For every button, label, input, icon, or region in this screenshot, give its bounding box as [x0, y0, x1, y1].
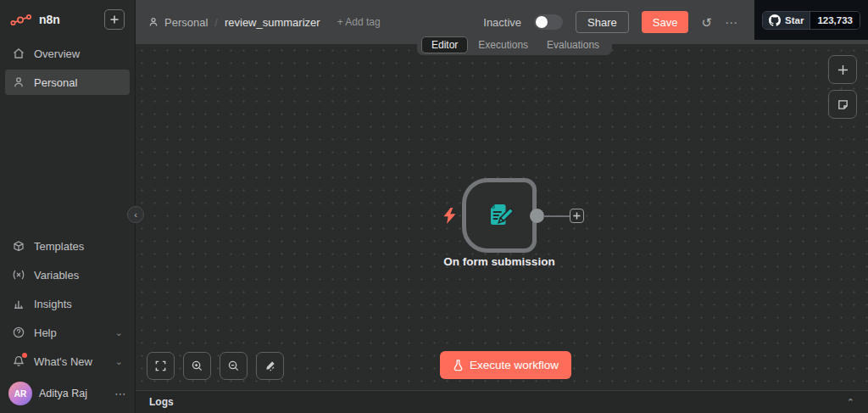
- chevron-down-icon: ⌄: [115, 328, 123, 338]
- sidebar-item-personal[interactable]: Personal: [5, 70, 130, 95]
- notification-dot: [22, 353, 27, 358]
- n8n-logo-icon: [10, 14, 32, 26]
- history-icon[interactable]: ↺: [701, 16, 712, 29]
- person-icon: [12, 75, 25, 89]
- canvas-topright-controls: [828, 55, 857, 119]
- save-button[interactable]: Save: [642, 11, 689, 33]
- form-trigger-icon: [484, 200, 515, 231]
- breadcrumb-project-label: Personal: [164, 16, 208, 29]
- tab-editor[interactable]: Editor: [421, 36, 468, 53]
- node-label: On form submission: [406, 255, 593, 268]
- github-panel: Star 123,733: [754, 0, 868, 40]
- header-actions: Inactive Share Save ↺ ⋯: [483, 11, 737, 33]
- package-icon: [12, 239, 25, 253]
- canvas-controls: [147, 352, 284, 380]
- sidebar-item-templates[interactable]: Templates: [5, 233, 130, 259]
- breadcrumb-separator: /: [214, 16, 218, 29]
- user-name: Aditya Raj: [39, 388, 108, 399]
- logs-panel-header[interactable]: Logs ⌃: [136, 390, 868, 413]
- toggle-knob: [536, 16, 548, 28]
- n8n-app: n8n Overview Personal: [0, 0, 868, 413]
- breadcrumb: Personal / review_summarizer + Add tag: [147, 16, 381, 29]
- node-on-form-submission[interactable]: [462, 178, 537, 253]
- breadcrumb-project[interactable]: Personal: [147, 16, 208, 29]
- sidebar-item-help[interactable]: Help ⌄: [5, 320, 130, 345]
- sidebar-item-label: What's New: [34, 355, 92, 368]
- tab-executions[interactable]: Executions: [470, 36, 537, 53]
- logo-row: n8n: [0, 0, 135, 39]
- user-options-icon[interactable]: ⋯: [114, 388, 126, 399]
- fit-view-button[interactable]: [147, 352, 175, 380]
- active-status-label: Inactive: [483, 16, 521, 29]
- sidebar-item-label: Personal: [34, 76, 77, 89]
- help-icon: [12, 326, 25, 339]
- zoom-out-button[interactable]: [220, 352, 248, 380]
- variables-icon: [12, 268, 25, 282]
- zoom-in-button[interactable]: [183, 352, 211, 380]
- connection-line: [543, 215, 570, 217]
- sidebar-item-variables[interactable]: Variables: [5, 262, 130, 287]
- sidebar-spacer: [0, 97, 135, 232]
- add-sticky-note-button[interactable]: [828, 90, 857, 119]
- sidebar-item-label: Overview: [34, 47, 80, 60]
- github-star-widget[interactable]: Star 123,733: [762, 11, 860, 30]
- sidebar-collapse-button[interactable]: ‹: [127, 206, 144, 223]
- tab-evaluations[interactable]: Evaluations: [538, 36, 608, 53]
- github-star-button[interactable]: Star: [763, 12, 810, 29]
- add-workflow-button[interactable]: [104, 9, 125, 30]
- execute-workflow-label: Execute workflow: [470, 359, 559, 371]
- collapse-chevron-icon: ‹: [134, 210, 137, 220]
- chevron-down-icon: ⌄: [115, 357, 123, 366]
- execute-workflow-button[interactable]: Execute workflow: [440, 351, 571, 379]
- tidy-up-button[interactable]: [256, 352, 284, 380]
- sidebar-item-overview[interactable]: Overview: [5, 41, 130, 66]
- share-button[interactable]: Share: [576, 11, 629, 33]
- github-icon: [769, 14, 781, 26]
- workflow-name[interactable]: review_summarizer: [225, 16, 320, 29]
- github-star-label: Star: [785, 15, 804, 25]
- sidebar-item-label: Variables: [34, 269, 79, 282]
- more-options-icon[interactable]: ⋯: [725, 16, 737, 29]
- avatar: AR: [8, 382, 32, 405]
- bar-chart-icon: [12, 297, 25, 310]
- flask-icon: [453, 360, 464, 371]
- add-node-button[interactable]: [828, 55, 857, 84]
- home-icon: [12, 47, 25, 60]
- sidebar-item-whats-new[interactable]: What's New ⌄: [5, 349, 130, 374]
- chevron-up-icon[interactable]: ⌃: [847, 398, 854, 407]
- sidebar: n8n Overview Personal: [0, 0, 136, 413]
- workflow-canvas[interactable]: On form submission: [136, 44, 868, 390]
- sidebar-item-label: Insights: [34, 298, 72, 310]
- active-toggle[interactable]: [534, 14, 563, 30]
- add-tag-button[interactable]: + Add tag: [337, 16, 381, 28]
- brand-name: n8n: [39, 13, 97, 26]
- sidebar-item-label: Help: [34, 326, 57, 339]
- logs-title: Logs: [149, 396, 174, 408]
- add-node-endpoint[interactable]: [570, 209, 584, 223]
- sidebar-item-insights[interactable]: Insights: [5, 291, 130, 316]
- trigger-bolt-icon: [443, 208, 456, 224]
- view-tabs: Editor Executions Evaluations: [417, 35, 612, 55]
- person-icon: [147, 16, 159, 28]
- user-menu[interactable]: AR Aditya Raj ⋯: [0, 376, 135, 411]
- sidebar-item-label: Templates: [34, 240, 84, 253]
- bell-icon: [12, 354, 25, 368]
- node-output-connector[interactable]: [530, 209, 544, 223]
- github-star-count: 123,733: [810, 12, 860, 29]
